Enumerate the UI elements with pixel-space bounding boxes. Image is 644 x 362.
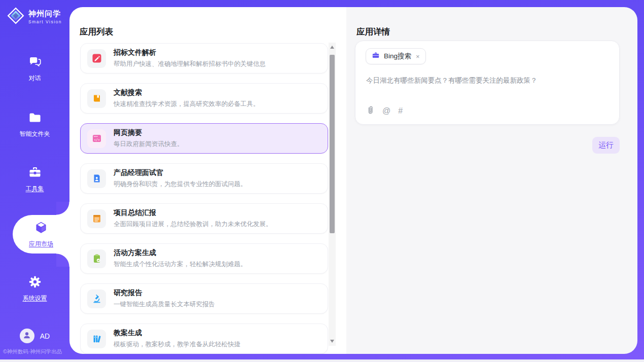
user-account[interactable]: AD	[0, 329, 69, 343]
app-list-title: 应用列表	[80, 26, 113, 38]
close-icon[interactable]: ×	[416, 53, 420, 60]
literature-book-icon	[87, 89, 106, 108]
scroll-up-icon[interactable]	[329, 44, 336, 51]
clipboard-check-icon	[87, 249, 106, 268]
sidebar: 神州问学 Smart Vision 对话 智能文件夹	[0, 0, 69, 362]
composer-toolbar: @ #	[366, 105, 403, 117]
list-item-literature-search[interactable]: 文献搜索 快速精准查找学术资源，提高研究效率的必备工具。	[80, 83, 328, 114]
list-item-webpage-summary[interactable]: </> 网页摘要 每日政府新闻资讯快查。	[80, 123, 328, 154]
list-item-project-summary[interactable]: 项目总结汇报 全面回顾项目进展，总结经验教训，助力未来优化发展。	[80, 203, 328, 234]
app-desc: 模板驱动，教案秒成，教学准备从此轻松快捷	[114, 340, 240, 349]
app-detail-panel: 应用详情 Bing搜索 × 今日湖北有哪些新闻要点？有哪些需要关注的最新政策？	[346, 7, 637, 354]
bid-edit-icon	[87, 49, 106, 68]
svg-text:</>: </>	[94, 138, 100, 142]
sidebar-item-settings[interactable]: 系统设置	[0, 272, 69, 305]
app-desc: 明确身份和职责，为您提供专业性的面试问题。	[114, 180, 247, 189]
hash-icon[interactable]: #	[398, 106, 403, 116]
app-title: 网页摘要	[114, 128, 184, 137]
sidebar-item-label: 智能文件夹	[20, 130, 50, 138]
app-title: 研究报告	[114, 288, 215, 298]
prompt-card: Bing搜索 × 今日湖北有哪些新闻要点？有哪些需要关注的最新政策？ @ #	[355, 41, 620, 125]
briefcase-icon	[372, 51, 380, 61]
brand-logo: 神州问学 Smart Vision	[7, 7, 62, 27]
app-detail-title: 应用详情	[356, 26, 390, 38]
tool-tag-bing-search[interactable]: Bing搜索 ×	[366, 48, 426, 64]
scrollbar-thumb[interactable]	[330, 55, 335, 233]
main-content: 应用列表 招标文件解析 帮助用户快速、准确地理解和解析招标书中的关键信息	[69, 7, 637, 354]
interviewer-icon	[87, 169, 106, 188]
person-icon	[22, 330, 32, 342]
app-desc: 智能生成个性化活动方案，轻松解决规划难题。	[114, 260, 247, 269]
app-list: 招标文件解析 帮助用户快速、准确地理解和解析招标书中的关键信息 文献搜索 快速精…	[80, 43, 328, 354]
sidebar-item-label: 应用市场	[29, 240, 53, 248]
attachment-icon[interactable]	[366, 105, 375, 117]
app-title: 项目总结汇报	[114, 208, 272, 218]
folder-icon	[28, 111, 42, 127]
list-item-activity-plan[interactable]: 活动方案生成 智能生成个性化活动方案，轻松解决规划难题。	[80, 243, 328, 274]
user-name: AD	[40, 332, 50, 340]
window-bottom-edge	[0, 359, 644, 362]
list-item-bid-analysis[interactable]: 招标文件解析 帮助用户快速、准确地理解和解析招标书中的关键信息	[80, 43, 328, 74]
chat-icon	[28, 55, 42, 71]
app-title: 教案生成	[114, 329, 240, 338]
brand-name: 神州问学	[28, 9, 62, 19]
app-desc: 帮助用户快速、准确地理解和解析招标书中的关键信息	[114, 60, 266, 68]
list-item-pm-interviewer[interactable]: 产品经理面试官 明确身份和职责，为您提供专业性的面试问题。	[80, 163, 328, 194]
app-title: 文献搜索	[114, 88, 260, 97]
app-window: 神州问学 Smart Vision 对话 智能文件夹	[0, 0, 644, 362]
list-scrollbar[interactable]	[329, 43, 336, 346]
scroll-down-icon[interactable]	[329, 338, 336, 345]
microscope-icon	[87, 289, 106, 308]
tool-tag-label: Bing搜索	[384, 52, 411, 61]
avatar	[20, 329, 34, 343]
sidebar-item-chat[interactable]: 对话	[0, 52, 69, 85]
gear-icon	[28, 275, 42, 291]
prompt-text[interactable]: 今日湖北有哪些新闻要点？有哪些需要关注的最新政策？	[366, 76, 609, 85]
copyright-footer: ©神州数码·神州问学出品	[3, 348, 69, 355]
app-title: 招标文件解析	[114, 48, 266, 57]
app-title: 产品经理面试官	[114, 168, 247, 177]
cube-icon	[34, 221, 48, 237]
sidebar-item-label: 工具集	[26, 185, 44, 193]
brand-subtitle: Smart Vision	[28, 19, 62, 24]
app-desc: 每日政府新闻资讯快查。	[114, 140, 184, 149]
sidebar-item-label: 系统设置	[23, 294, 47, 303]
app-desc: 一键智能生成高质量长文本研究报告	[114, 300, 215, 309]
toolbox-icon	[28, 165, 42, 182]
list-item-lesson-plan[interactable]: 教案生成 模板驱动，教案秒成，教学准备从此轻松快捷	[80, 323, 328, 354]
app-desc: 全面回顾项目进展，总结经验教训，助力未来优化发展。	[114, 220, 272, 229]
books-icon	[87, 330, 106, 348]
app-desc: 快速精准查找学术资源，提高研究效率的必备工具。	[114, 100, 260, 108]
webpage-code-icon: </>	[87, 129, 106, 148]
list-item-research-report[interactable]: 研究报告 一键智能生成高质量长文本研究报告	[80, 283, 328, 314]
sidebar-item-toolset[interactable]: 工具集	[0, 162, 69, 196]
sidebar-item-label: 对话	[29, 74, 41, 83]
sidebar-item-app-market[interactable]: 应用市场	[13, 215, 69, 254]
app-title: 活动方案生成	[114, 248, 247, 258]
mention-icon[interactable]: @	[382, 106, 390, 116]
sidebar-item-smart-folder[interactable]: 智能文件夹	[0, 107, 69, 141]
app-list-panel: 应用列表 招标文件解析 帮助用户快速、准确地理解和解析招标书中的关键信息	[69, 7, 346, 354]
run-button[interactable]: 运行	[592, 137, 620, 154]
notepad-icon	[87, 209, 106, 228]
diamond-logo-icon	[7, 7, 25, 27]
